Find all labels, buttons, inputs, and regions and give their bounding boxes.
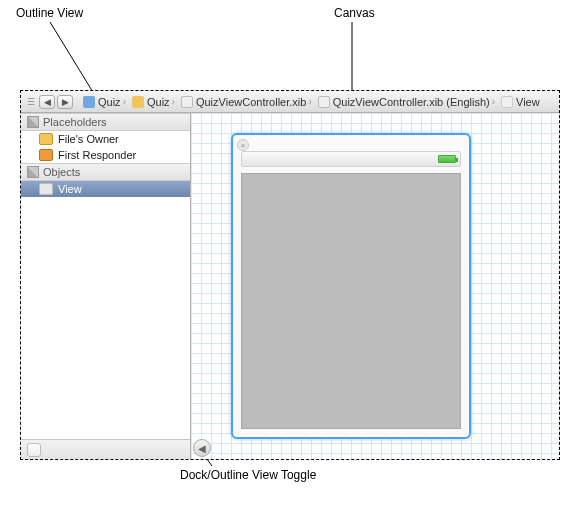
first-responder-icon [39, 149, 53, 161]
xib-icon [181, 96, 193, 108]
section-label: Placeholders [43, 116, 107, 128]
chevron-right-icon: › [492, 96, 495, 107]
breadcrumb-item-xib[interactable]: QuizViewController.xib › [179, 96, 316, 108]
outline-row-files-owner[interactable]: File's Owner [21, 131, 190, 147]
crumb-label: QuizViewController.xib [196, 96, 306, 108]
breadcrumb-item-view[interactable]: View [499, 96, 542, 108]
objects-icon [27, 166, 39, 178]
view-icon [501, 96, 513, 108]
placeholders-header: Placeholders [21, 113, 190, 131]
interface-builder-window: ☰ ◀ ▶ Quiz › Quiz › QuizViewController.x… [20, 90, 560, 460]
breadcrumb-item-xib-lang[interactable]: QuizViewController.xib (English) › [316, 96, 499, 108]
placeholders-icon [27, 116, 39, 128]
breadcrumb-toolbar: ☰ ◀ ▶ Quiz › Quiz › QuizViewController.x… [21, 91, 559, 113]
close-icon[interactable]: × [237, 139, 249, 151]
annotation-dock-toggle: Dock/Outline View Toggle [180, 468, 316, 482]
forward-button[interactable]: ▶ [57, 95, 73, 109]
crumb-label: Quiz [147, 96, 170, 108]
folder-icon [132, 96, 144, 108]
outline-footer [21, 439, 190, 459]
outline-row-view[interactable]: View [21, 181, 190, 197]
outline-view-panel: Placeholders File's Owner First Responde… [21, 113, 191, 459]
status-bar [241, 151, 461, 167]
related-items-icon[interactable]: ☰ [25, 95, 37, 109]
chevron-right-icon: › [308, 96, 311, 107]
dock-outline-toggle[interactable]: ◀ [193, 439, 211, 457]
editor-body: Placeholders File's Owner First Responde… [21, 113, 559, 459]
chevron-right-icon: › [123, 96, 126, 107]
objects-header: Objects [21, 163, 190, 181]
outline-row-first-responder[interactable]: First Responder [21, 147, 190, 163]
crumb-label: QuizViewController.xib (English) [333, 96, 490, 108]
annotation-outline-view: Outline View [16, 6, 83, 20]
project-icon [83, 96, 95, 108]
files-owner-icon [39, 133, 53, 145]
row-label: File's Owner [58, 133, 119, 145]
chevron-right-icon: › [172, 96, 175, 107]
breadcrumb-item-project[interactable]: Quiz › [81, 96, 130, 108]
crumb-label: Quiz [98, 96, 121, 108]
row-label: First Responder [58, 149, 136, 161]
view-body [241, 173, 461, 429]
xib-icon [318, 96, 330, 108]
crumb-label: View [516, 96, 540, 108]
outline-list: Placeholders File's Owner First Responde… [21, 113, 190, 439]
nav-buttons: ☰ ◀ ▶ [25, 95, 75, 109]
annotation-canvas: Canvas [334, 6, 375, 20]
canvas-area[interactable]: × ◀ [191, 113, 559, 459]
battery-icon [438, 155, 456, 163]
breadcrumb-item-folder[interactable]: Quiz › [130, 96, 179, 108]
back-button[interactable]: ◀ [39, 95, 55, 109]
view-frame[interactable]: × [231, 133, 471, 439]
row-label: View [58, 183, 82, 195]
section-label: Objects [43, 166, 80, 178]
view-icon [39, 183, 53, 195]
filter-icon[interactable] [27, 443, 41, 457]
